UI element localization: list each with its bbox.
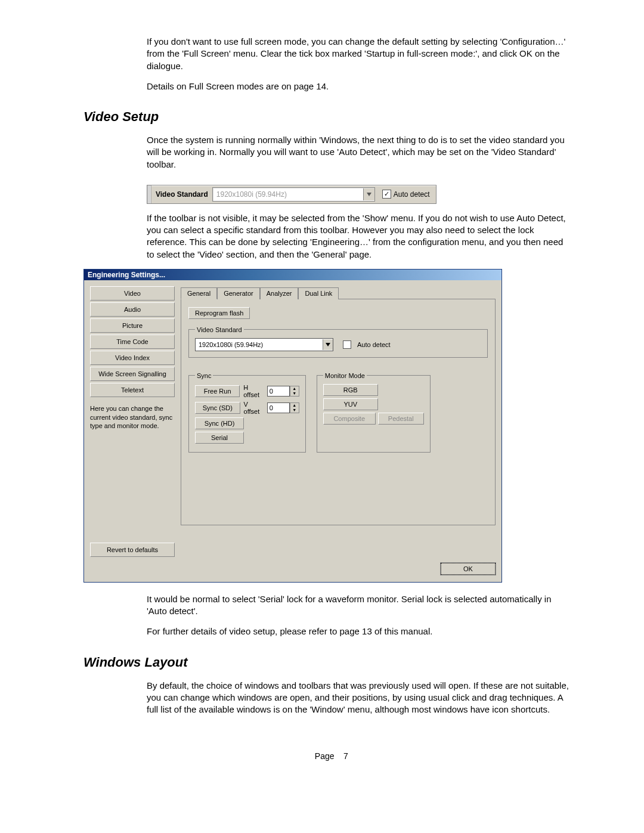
chevron-down-icon[interactable] [363,188,374,200]
heading-video-setup: Video Setup [83,109,572,125]
spin-down-icon[interactable]: ▼ [290,391,299,396]
paragraph: It would be normal to select 'Serial' lo… [147,593,572,618]
heading-windows-layout: Windows Layout [83,655,572,670]
sidebar-item-video-index[interactable]: Video Index [90,351,175,365]
sync-free-run-button[interactable]: Free Run [195,385,240,397]
paragraph: If the toolbar is not visible, it may be… [147,212,572,261]
sidebar-item-video[interactable]: Video [90,286,175,301]
sidebar-item-wss[interactable]: Wide Screen Signalling [90,367,175,381]
svg-marker-1 [326,343,330,346]
paragraph: For further details of video setup, plea… [147,625,572,637]
paragraph: Once the system is running normally with… [147,134,572,171]
page-number: 7 [343,751,348,761]
reprogram-flash-button[interactable]: Reprogram flash [188,307,250,319]
auto-detect-checkbox[interactable] [343,340,351,349]
dialog-titlebar[interactable]: Engineering Settings... [84,270,501,280]
svg-marker-0 [367,193,371,196]
v-offset-spinner[interactable]: ▲▼ [267,402,299,413]
monitor-mode-legend: Monitor Mode [323,372,367,379]
video-standard-select[interactable]: 1920x1080i (59.94Hz) [212,187,375,202]
page-label: Page [308,751,341,761]
ok-button[interactable]: OK [441,563,496,575]
tab-analyzer[interactable]: Analyzer [260,287,299,299]
auto-detect-label: Auto detect [357,341,391,348]
document-page: If you don't want to use full screen mod… [0,0,644,797]
sync-group: Sync Free Run H offset ▲▼ Sync (SD) [188,372,306,453]
v-offset-label: V offset [244,401,264,415]
video-standard-dropdown[interactable]: 1920x1080i (59.94Hz) [195,338,333,351]
tab-dual-link[interactable]: Dual Link [298,287,339,299]
paragraph: By default, the choice of windows and to… [147,680,572,716]
h-offset-spinner[interactable]: ▲▼ [267,386,299,397]
v-offset-input[interactable] [267,402,290,413]
h-offset-label: H offset [243,384,263,398]
sync-sd-button[interactable]: Sync (SD) [195,402,240,414]
revert-defaults-button[interactable]: Revert to defaults [90,543,175,557]
tab-panel-general: Reprogram flash Video Standard 1920x1080… [181,299,496,525]
dialog-main: General Generator Analyzer Dual Link Rep… [181,286,496,539]
page-footer: Page 7 [83,751,572,761]
monitor-pedestal-button[interactable]: Pedestal [378,413,424,425]
video-standard-label: Video Standard [151,190,212,199]
sync-legend: Sync [195,372,213,379]
paragraph: If you don't want to use full screen mod… [147,36,572,72]
video-standard-value: 1920x1080i (59.94Hz) [213,190,363,199]
sync-hd-button[interactable]: Sync (HD) [195,417,244,429]
monitor-yuv-button[interactable]: YUV [323,398,378,410]
video-standard-dropdown-value: 1920x1080i (59.94Hz) [196,341,323,348]
sidebar-hint: Here you can change the current video st… [90,404,174,431]
video-standard-legend: Video Standard [195,326,244,333]
auto-detect-label: Auto detect [394,190,436,199]
monitor-mode-group: Monitor Mode RGB YUV Composite Pedestal [317,372,431,453]
toolbar-grip[interactable] [147,185,151,203]
video-standard-toolbar: Video Standard 1920x1080i (59.94Hz) ✓ Au… [147,185,436,204]
auto-detect-checkbox[interactable]: ✓ [382,190,391,199]
engineering-settings-dialog: Engineering Settings... Video Audio Pict… [83,269,502,583]
sidebar-item-picture[interactable]: Picture [90,318,175,333]
video-standard-group: Video Standard 1920x1080i (59.94Hz) Auto… [188,326,488,358]
spin-up-icon[interactable]: ▲ [290,386,299,391]
spin-down-icon[interactable]: ▼ [290,408,299,413]
sidebar-item-audio[interactable]: Audio [90,302,175,317]
tab-generator[interactable]: Generator [217,287,260,299]
dialog-sidebar: Video Audio Picture Time Code Video Inde… [90,286,174,539]
tab-general[interactable]: General [181,287,217,299]
monitor-rgb-button[interactable]: RGB [323,384,378,396]
h-offset-input[interactable] [267,386,290,397]
sync-serial-button[interactable]: Serial [195,432,244,444]
monitor-composite-button[interactable]: Composite [323,413,376,425]
sidebar-item-teletext[interactable]: Teletext [90,383,175,397]
sidebar-item-time-code[interactable]: Time Code [90,335,175,349]
spin-up-icon[interactable]: ▲ [290,403,299,408]
paragraph: Details on Full Screen modes are on page… [147,80,572,92]
tab-bar: General Generator Analyzer Dual Link [181,287,496,299]
chevron-down-icon[interactable] [323,339,333,350]
